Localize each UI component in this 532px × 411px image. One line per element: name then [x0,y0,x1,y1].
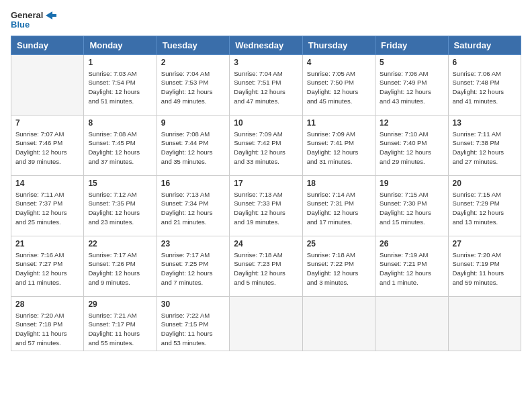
day-info: Sunrise: 7:18 AMSunset: 7:22 PMDaylight:… [307,250,371,287]
day-number: 24 [234,239,298,248]
day-number: 21 [15,239,79,248]
day-info: Sunrise: 7:14 AMSunset: 7:31 PMDaylight:… [307,190,371,227]
day-number: 20 [453,179,517,188]
column-header-wednesday: Wednesday [230,36,302,54]
day-number: 23 [161,239,225,248]
calendar-cell: 10Sunrise: 7:09 AMSunset: 7:42 PMDayligh… [230,115,302,175]
calendar-cell: 11Sunrise: 7:09 AMSunset: 7:41 PMDayligh… [302,115,375,175]
calendar-cell: 30Sunrise: 7:22 AMSunset: 7:15 PMDayligh… [157,296,229,351]
calendar-cell: 5Sunrise: 7:06 AMSunset: 7:49 PMDaylight… [375,54,448,115]
calendar-cell [448,296,521,351]
day-number: 16 [161,179,225,188]
calendar-cell: 9Sunrise: 7:08 AMSunset: 7:44 PMDaylight… [157,115,229,175]
day-number: 22 [88,239,152,248]
calendar-cell: 25Sunrise: 7:18 AMSunset: 7:22 PMDayligh… [302,236,375,296]
day-number: 3 [234,58,298,67]
calendar-cell: 13Sunrise: 7:11 AMSunset: 7:38 PMDayligh… [448,115,521,175]
day-info: Sunrise: 7:09 AMSunset: 7:42 PMDaylight:… [234,130,298,167]
day-number: 30 [161,300,225,309]
calendar-cell: 2Sunrise: 7:04 AMSunset: 7:53 PMDaylight… [157,54,229,115]
column-header-saturday: Saturday [448,36,521,54]
calendar-header-row: SundayMondayTuesdayWednesdayThursdayFrid… [11,36,521,54]
day-info: Sunrise: 7:15 AMSunset: 7:29 PMDaylight:… [453,190,517,227]
logo-general: General [11,11,43,20]
calendar-cell: 8Sunrise: 7:08 AMSunset: 7:45 PMDaylight… [84,115,157,175]
logo: General Blue [11,11,56,30]
day-info: Sunrise: 7:06 AMSunset: 7:49 PMDaylight:… [380,69,443,106]
day-info: Sunrise: 7:16 AMSunset: 7:27 PMDaylight:… [15,250,79,287]
day-info: Sunrise: 7:13 AMSunset: 7:33 PMDaylight:… [234,190,298,227]
page-header: General Blue [11,11,521,30]
day-number: 6 [453,58,517,67]
day-info: Sunrise: 7:09 AMSunset: 7:41 PMDaylight:… [307,130,371,167]
calendar-cell: 28Sunrise: 7:20 AMSunset: 7:18 PMDayligh… [11,296,84,351]
column-header-thursday: Thursday [302,36,375,54]
column-header-sunday: Sunday [11,36,84,54]
day-number: 27 [453,239,517,248]
calendar-cell: 21Sunrise: 7:16 AMSunset: 7:27 PMDayligh… [11,236,84,296]
calendar-cell: 4Sunrise: 7:05 AMSunset: 7:50 PMDaylight… [302,54,375,115]
day-info: Sunrise: 7:06 AMSunset: 7:48 PMDaylight:… [453,69,517,106]
calendar-cell: 1Sunrise: 7:03 AMSunset: 7:54 PMDaylight… [84,54,157,115]
column-header-tuesday: Tuesday [157,36,229,54]
calendar-cell: 18Sunrise: 7:14 AMSunset: 7:31 PMDayligh… [302,175,375,236]
calendar-cell: 7Sunrise: 7:07 AMSunset: 7:46 PMDaylight… [11,115,84,175]
day-info: Sunrise: 7:10 AMSunset: 7:40 PMDaylight:… [380,130,443,167]
day-info: Sunrise: 7:11 AMSunset: 7:38 PMDaylight:… [453,130,517,167]
column-header-monday: Monday [84,36,157,54]
day-info: Sunrise: 7:20 AMSunset: 7:19 PMDaylight:… [453,250,517,287]
calendar-cell: 20Sunrise: 7:15 AMSunset: 7:29 PMDayligh… [448,175,521,236]
day-info: Sunrise: 7:21 AMSunset: 7:17 PMDaylight:… [88,311,152,348]
day-number: 9 [161,118,225,128]
day-info: Sunrise: 7:13 AMSunset: 7:34 PMDaylight:… [161,190,225,227]
svg-marker-0 [46,11,56,19]
day-info: Sunrise: 7:08 AMSunset: 7:44 PMDaylight:… [161,130,225,167]
day-number: 14 [15,179,79,188]
day-info: Sunrise: 7:17 AMSunset: 7:25 PMDaylight:… [161,250,225,287]
calendar-cell [302,296,375,351]
calendar-table: SundayMondayTuesdayWednesdayThursdayFrid… [11,36,521,351]
day-number: 15 [88,179,152,188]
day-number: 17 [234,179,298,188]
day-number: 26 [380,239,443,248]
day-number: 5 [380,58,443,67]
day-number: 12 [380,118,443,128]
day-number: 2 [161,58,225,67]
calendar-cell: 14Sunrise: 7:11 AMSunset: 7:37 PMDayligh… [11,175,84,236]
day-number: 8 [88,118,152,128]
calendar-cell: 6Sunrise: 7:06 AMSunset: 7:48 PMDaylight… [448,54,521,115]
day-info: Sunrise: 7:03 AMSunset: 7:54 PMDaylight:… [88,69,152,106]
day-number: 28 [15,300,79,309]
day-info: Sunrise: 7:15 AMSunset: 7:30 PMDaylight:… [380,190,443,227]
day-info: Sunrise: 7:11 AMSunset: 7:37 PMDaylight:… [15,190,79,227]
calendar-cell: 12Sunrise: 7:10 AMSunset: 7:40 PMDayligh… [375,115,448,175]
calendar-cell: 15Sunrise: 7:12 AMSunset: 7:35 PMDayligh… [84,175,157,236]
day-info: Sunrise: 7:04 AMSunset: 7:51 PMDaylight:… [234,69,298,106]
calendar-cell: 16Sunrise: 7:13 AMSunset: 7:34 PMDayligh… [157,175,229,236]
calendar-cell: 24Sunrise: 7:18 AMSunset: 7:23 PMDayligh… [230,236,302,296]
calendar-cell: 22Sunrise: 7:17 AMSunset: 7:26 PMDayligh… [84,236,157,296]
day-number: 13 [453,118,517,128]
day-info: Sunrise: 7:17 AMSunset: 7:26 PMDaylight:… [88,250,152,287]
calendar-cell [375,296,448,351]
calendar-cell: 29Sunrise: 7:21 AMSunset: 7:17 PMDayligh… [84,296,157,351]
calendar-cell: 26Sunrise: 7:19 AMSunset: 7:21 PMDayligh… [375,236,448,296]
column-header-friday: Friday [375,36,448,54]
logo-arrow-icon [44,11,56,20]
calendar-cell [11,54,84,115]
calendar-cell: 17Sunrise: 7:13 AMSunset: 7:33 PMDayligh… [230,175,302,236]
calendar-cell: 3Sunrise: 7:04 AMSunset: 7:51 PMDaylight… [230,54,302,115]
day-info: Sunrise: 7:20 AMSunset: 7:18 PMDaylight:… [15,311,79,348]
day-number: 7 [15,118,79,128]
day-info: Sunrise: 7:19 AMSunset: 7:21 PMDaylight:… [380,250,443,287]
day-number: 4 [307,58,371,67]
week-row-4: 21Sunrise: 7:16 AMSunset: 7:27 PMDayligh… [11,236,521,296]
day-number: 10 [234,118,298,128]
day-info: Sunrise: 7:12 AMSunset: 7:35 PMDaylight:… [88,190,152,227]
calendar-cell: 27Sunrise: 7:20 AMSunset: 7:19 PMDayligh… [448,236,521,296]
day-info: Sunrise: 7:08 AMSunset: 7:45 PMDaylight:… [88,130,152,167]
day-info: Sunrise: 7:18 AMSunset: 7:23 PMDaylight:… [234,250,298,287]
day-info: Sunrise: 7:07 AMSunset: 7:46 PMDaylight:… [15,130,79,167]
day-info: Sunrise: 7:22 AMSunset: 7:15 PMDaylight:… [161,311,225,348]
calendar-cell: 23Sunrise: 7:17 AMSunset: 7:25 PMDayligh… [157,236,229,296]
